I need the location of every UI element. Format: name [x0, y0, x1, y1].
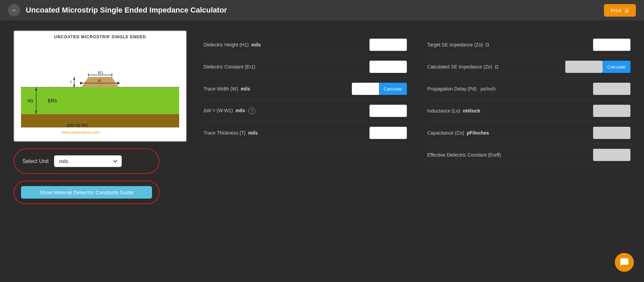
svg-text:T: T — [70, 80, 72, 84]
calculated-impedance-calculate-button[interactable]: Calculate — [603, 61, 630, 73]
field-dielectric-constant: Dielectric Constant (Er1) — [204, 56, 407, 78]
delta-w-help-icon[interactable]: ? — [248, 107, 255, 114]
field-calculated-impedance: Calculated SE Impedance (Zo) Ω Calculate — [427, 56, 630, 78]
svg-text:www.protoexpress.com: www.protoexpress.com — [61, 130, 100, 134]
dielectric-constant-label: Dielectric Constant (Er1) — [204, 64, 365, 69]
field-capacitance: Capacitance (Co) pF/inches — [427, 122, 630, 144]
back-button[interactable]: ← — [8, 4, 20, 16]
dielectric-height-input[interactable] — [370, 39, 407, 51]
printer-icon: 🖨 — [624, 7, 629, 13]
propagation-delay-value — [593, 83, 630, 95]
svg-rect-1 — [21, 114, 179, 127]
print-button[interactable]: Print 🖨 — [604, 4, 636, 17]
dielectric-height-label: Dielectric Height (H1) mils — [204, 42, 365, 47]
calculator-fields: Dielectric Height (H1) mils Dielectric C… — [204, 31, 630, 204]
diagram-box: UNCOATED MICROSTRIP SINGLE ENDED W W1 — [14, 31, 187, 142]
show-material-section: Show Material Dielectric Constants Guide — [14, 181, 159, 204]
trace-thickness-label: Trace Thickness (T) mils — [204, 130, 365, 136]
svg-text:ER1: ER1 — [48, 98, 57, 103]
delta-w-input[interactable] — [370, 105, 407, 117]
field-trace-thickness: Trace Thickness (T) mils — [204, 122, 407, 144]
left-panel: UNCOATED MICROSTRIP SINGLE ENDED W W1 — [14, 31, 190, 204]
propagation-delay-label: Propagation Delay (Pd) ps/inch — [427, 86, 589, 92]
diagram-title: UNCOATED MICROSTRIP SINGLE ENDED — [18, 35, 183, 39]
back-icon: ← — [11, 7, 17, 14]
svg-text:W: W — [98, 79, 101, 83]
field-trace-width: Trace Width (W) mils Calculate — [204, 78, 407, 100]
inductance-value — [593, 105, 630, 117]
field-inductance: Inductance (Lo) nH/inch — [427, 100, 630, 122]
trace-width-input-group: Calculate — [352, 83, 407, 95]
svg-text:H1: H1 — [28, 98, 33, 103]
target-impedance-input[interactable] — [593, 39, 630, 51]
select-unit-section: Select Unit mils mm inches — [14, 148, 159, 174]
delta-w-label: ΔW = (W-W1) mils ? — [204, 107, 365, 114]
calculated-impedance-value — [565, 61, 603, 73]
right-fields-column: Target SE Impedance (Zo) Ω Calculated SE… — [427, 34, 630, 166]
capacitance-value — [593, 127, 630, 139]
dielectric-constant-input[interactable] — [370, 61, 407, 73]
print-label: Print — [611, 7, 621, 13]
field-delta-w: ΔW = (W-W1) mils ? — [204, 100, 407, 122]
header: ← Uncoated Microstrip Single Ended Imped… — [0, 0, 644, 20]
chat-bubble-button[interactable] — [615, 253, 634, 272]
page-title: Uncoated Microstrip Single Ended Impedan… — [26, 6, 227, 15]
main-content: UNCOATED MICROSTRIP SINGLE ENDED W W1 — [0, 20, 644, 214]
trace-width-calculate-button[interactable]: Calculate — [379, 83, 407, 95]
svg-text:ΔW=W-W1: ΔW=W-W1 — [67, 123, 88, 128]
trace-width-label: Trace Width (W) mils — [204, 86, 348, 92]
effective-dielectric-label: Effective Dielectric Constant (Ereff) — [427, 152, 589, 158]
field-propagation-delay: Propagation Delay (Pd) ps/inch — [427, 78, 630, 100]
calculated-impedance-label: Calculated SE Impedance (Zo) Ω — [427, 64, 561, 69]
inductance-label: Inductance (Lo) nH/inch — [427, 108, 589, 114]
capacitance-label: Capacitance (Co) pF/inches — [427, 130, 589, 136]
trace-width-input[interactable] — [352, 83, 379, 95]
field-dielectric-height: Dielectric Height (H1) mils — [204, 34, 407, 56]
effective-dielectric-value — [593, 149, 630, 161]
unit-select[interactable]: mils mm inches — [54, 155, 122, 167]
left-fields-column: Dielectric Height (H1) mils Dielectric C… — [204, 34, 407, 166]
select-unit-label: Select Unit — [22, 158, 49, 164]
show-material-button[interactable]: Show Material Dielectric Constants Guide — [21, 186, 152, 199]
target-impedance-label: Target SE Impedance (Zo) Ω — [427, 42, 589, 47]
microstrip-diagram: W W1 T H1 — [18, 41, 183, 136]
calculated-impedance-input-group: Calculate — [565, 61, 630, 73]
svg-rect-2 — [21, 87, 179, 114]
field-effective-dielectric: Effective Dielectric Constant (Ereff) — [427, 144, 630, 166]
chat-icon — [620, 258, 629, 267]
trace-thickness-input[interactable] — [370, 127, 407, 139]
field-target-impedance: Target SE Impedance (Zo) Ω — [427, 34, 630, 56]
svg-text:W1: W1 — [98, 70, 103, 75]
header-left: ← Uncoated Microstrip Single Ended Imped… — [8, 4, 227, 16]
